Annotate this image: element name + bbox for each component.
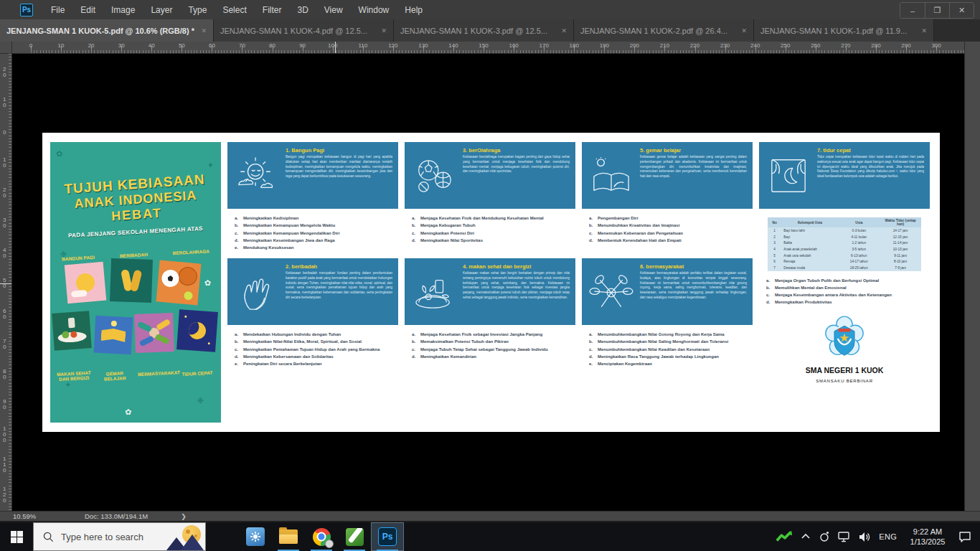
- menu-file[interactable]: File: [43, 1, 72, 19]
- benefit-item: a.Menjaga Kesehatan Fisik sebagai Invest…: [412, 331, 574, 338]
- menu-select[interactable]: Select: [215, 1, 254, 19]
- tray-status-icon[interactable]: [819, 531, 830, 542]
- file-explorer-button[interactable]: [272, 522, 305, 551]
- book-illustration: [588, 147, 635, 204]
- ruler-tick-label: 60: [3, 309, 6, 320]
- taskbar-clock[interactable]: 9:22 AM 1/13/2025: [905, 527, 951, 547]
- close-button[interactable]: ✕: [949, 3, 974, 18]
- menu-layer[interactable]: Layer: [143, 1, 180, 19]
- habit-panel: 3. berOlahragaKebiasaan berolahraga meru…: [405, 142, 575, 209]
- habit-label: GEMAR BELAJAR: [96, 370, 134, 382]
- ruler-tick-label: 40: [149, 42, 155, 49]
- tray-app-icon[interactable]: [776, 529, 793, 544]
- document-tab[interactable]: JENJANG-SMAN 1 KUOK-2.pdf @ 26.4...✕: [574, 19, 754, 42]
- tab-close-icon[interactable]: ✕: [741, 27, 747, 34]
- benefit-list: a.Menjaga Kesehatan Fisik dan Mendukung …: [412, 215, 574, 258]
- ruler-tick-label: 20: [3, 187, 6, 199]
- hidden-icons-chevron[interactable]: [801, 532, 811, 541]
- tab-close-icon[interactable]: ✕: [561, 27, 567, 34]
- taskbar-search-input[interactable]: Type here to search: [33, 522, 206, 551]
- document-tab[interactable]: JENJANG-SMAN 1 KUOK-3.pdf @ 12.5...✕: [394, 19, 574, 42]
- benefit-item: b.Menumbuhkembangkan Nilai Saling Mengho…: [589, 338, 751, 345]
- community-hands-tile: [134, 313, 174, 353]
- benefit-item: c.Meningkatkan Pemahaman Tujuan Hidup da…: [235, 346, 397, 353]
- system-utility-icon: [246, 527, 265, 546]
- graphics-app-button[interactable]: [338, 522, 371, 551]
- poster-subtitle: PADA JENJANG SEKOLAH MENENGAH ATAS: [50, 225, 221, 240]
- habit-label: TIDUR CEPAT: [179, 370, 216, 377]
- school-logo: [824, 316, 864, 360]
- habit-column: 5. gemar belajarKebiasaan gemar belajar …: [582, 142, 753, 423]
- habit-panel: 4. makan sehat dan bergiziKebiasaan maka…: [405, 258, 575, 325]
- status-menu-chevron-icon[interactable]: ❯: [181, 513, 187, 520]
- tab-close-icon[interactable]: ✕: [201, 27, 207, 34]
- document-tab[interactable]: JENJANG-SMAN 1 KUOK-4.pdf @ 12.5...✕: [214, 19, 394, 42]
- benefit-item: c.Menjaga Keseimbangan antara Aktivitas …: [766, 291, 928, 298]
- menu-window[interactable]: Window: [351, 1, 397, 19]
- zoom-level-field[interactable]: 10.59%: [13, 512, 63, 520]
- benefit-list: a.Menumbuhkembangkan Nilai Gotong Royong…: [589, 331, 751, 368]
- restore-button[interactable]: ❐: [925, 3, 949, 18]
- photoshop-app-icon[interactable]: Ps: [20, 4, 33, 17]
- action-center-icon[interactable]: [958, 531, 971, 542]
- network-icon[interactable]: [838, 532, 851, 542]
- horizontal-ruler[interactable]: 0102030405060708090100110120130140150160…: [0, 42, 964, 54]
- menu-filter[interactable]: Filter: [255, 1, 290, 19]
- tab-close-icon[interactable]: ✕: [381, 27, 387, 34]
- benefit-item: d.Meningkatkan Kebersamaan dan Solidarit…: [235, 353, 397, 360]
- ruler-tick-label: 200: [630, 42, 639, 49]
- ruler-tick-label: 100: [328, 42, 337, 49]
- minimize-button[interactable]: –: [900, 3, 925, 18]
- menu-help[interactable]: Help: [397, 1, 430, 19]
- benefit-item: a.Mendekatkan Hubungan Individu dengan T…: [235, 331, 397, 338]
- ruler-tick-label: 0: [29, 42, 32, 49]
- menu-edit[interactable]: Edit: [72, 1, 103, 19]
- collapsed-panel-dock[interactable]: [964, 42, 980, 511]
- sun-tile: [65, 262, 107, 304]
- vertical-ruler[interactable]: 20100102030405060708090100110120: [0, 54, 12, 511]
- habit-panel: 1. Bangun PagiBangun pagi merupakan kebi…: [227, 142, 398, 209]
- ruler-tick-label: 260: [811, 42, 820, 49]
- benefit-item: d.Meningkatkan Rasa Tanggung Jawab terha…: [589, 353, 751, 360]
- document-size-info: Doc: 133.0M/194.1M: [85, 512, 148, 520]
- benefit-item: d.Meningkatkan Keseimbangan Jiwa dan Rag…: [235, 237, 397, 244]
- habit-label: MAKAN SEHAT DAN BERGIZI: [55, 370, 93, 382]
- cursor-position-marker: [0, 283, 12, 284]
- document-canvas[interactable]: ✿ ✦ ❉ ✿ ✦ ❉ ✿ TUJUH KEBIASAAN ANAK INDON…: [12, 54, 964, 511]
- ruler-tick-label: 110: [358, 42, 367, 49]
- sleep-table-row: 5Anak usia sekolah6-13 tahun9-11 jam: [768, 253, 921, 259]
- habit-label: BERIBADAH: [120, 252, 148, 258]
- menu-view[interactable]: View: [316, 1, 351, 19]
- menu-image[interactable]: Image: [103, 1, 143, 19]
- system-utility-app-button[interactable]: [239, 522, 272, 551]
- cover-collage: [50, 259, 221, 365]
- habit-column: 3. berOlahragaKebiasaan berolahraga meru…: [405, 142, 575, 423]
- ruler-tick-label: 90: [299, 42, 306, 49]
- document-tab-bar: JENJANG-SMAN 1 KUOK-5.pdf @ 10.6% (RGB/8…: [0, 19, 980, 42]
- habit-panel: 6. bermasyarakatKebiasaan bermasyarakat …: [582, 258, 753, 325]
- menu-type[interactable]: Type: [180, 1, 215, 19]
- photoshop-taskbar-button[interactable]: Ps: [371, 522, 404, 551]
- ruler-tick-label: 40: [3, 248, 6, 259]
- search-highlight-art[interactable]: [159, 523, 205, 550]
- start-button[interactable]: [0, 522, 33, 551]
- search-icon: [43, 532, 54, 542]
- habit-title: 1. Bangun Pagi: [286, 147, 392, 154]
- benefit-list: a.Mendekatkan Hubungan Individu dengan T…: [235, 331, 397, 368]
- document-tab[interactable]: JENJANG-SMAN 1 KUOK-5.pdf @ 10.6% (RGB/8…: [0, 19, 214, 42]
- document-tab[interactable]: JENJANG-SMAN 1 KUOK-1.pdf @ 11.9...✕: [754, 19, 934, 42]
- menu-3d[interactable]: 3D: [289, 1, 316, 19]
- language-indicator[interactable]: ENG: [879, 532, 897, 541]
- benefit-item: b.Menjaga Kebugaran Tubuh: [412, 222, 574, 229]
- ruler-tick-label: 90: [3, 399, 6, 410]
- ruler-corner: [0, 42, 12, 54]
- sleep-table-header: Usia: [838, 217, 880, 227]
- chrome-button[interactable]: [305, 522, 338, 551]
- benefit-item: a.Pengembangan Diri: [589, 215, 751, 222]
- tab-close-icon[interactable]: ✕: [921, 27, 927, 34]
- photoshop-window: Ps FileEditImageLayerTypeSelectFilter3DV…: [0, 0, 980, 551]
- sleep-table: NoKelompok UsiaUsiaWaktu Tidur (setiap h…: [768, 217, 921, 271]
- volume-icon[interactable]: [859, 532, 871, 542]
- habit-panel: 5. gemar belajarKebiasaan gemar belajar …: [582, 142, 753, 209]
- community-illustration: [588, 263, 635, 320]
